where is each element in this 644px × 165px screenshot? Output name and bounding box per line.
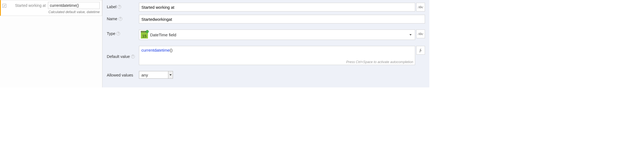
- caption-text: Allowed values: [107, 73, 133, 77]
- name-input-wrap: [139, 15, 425, 23]
- caption-text: Name: [107, 17, 117, 21]
- abc-button[interactable]: Abc: [416, 3, 425, 11]
- field-definition-row[interactable]: Started working at currentdatetime() Cal…: [0, 0, 102, 16]
- allowed-input-wrap: any: [139, 71, 425, 79]
- allowed-values-select[interactable]: any: [139, 71, 173, 79]
- prop-row-label: Label ? Abc: [107, 3, 425, 11]
- chevron-down-icon: [168, 71, 173, 78]
- field-subtext: Calculated default value, datetime: [2, 10, 100, 14]
- prop-caption-name: Name ?: [107, 15, 139, 21]
- autocomplete-hint: Press Ctrl+Space to activate autocomplet…: [346, 60, 413, 64]
- prop-caption-allowed: Allowed values: [107, 71, 139, 77]
- prop-caption-default: Default value ?: [107, 46, 139, 65]
- field-value-input[interactable]: currentdatetime(): [48, 2, 100, 9]
- fx-button[interactable]: fx: [416, 46, 425, 55]
- field-label-text: Started working at: [15, 3, 46, 8]
- type-select[interactable]: 15 DateTime field: [139, 30, 415, 40]
- label-input[interactable]: [139, 3, 415, 11]
- expression-parens: (): [170, 48, 172, 52]
- prop-row-default: Default value ? currentdatetime() Press …: [107, 46, 425, 65]
- calendar-day: 15: [141, 34, 148, 38]
- field-enabled-checkbox[interactable]: [2, 4, 6, 8]
- calendar-icon: 15: [141, 31, 148, 39]
- app-container: Started working at currentdatetime() Cal…: [0, 0, 429, 87]
- help-icon[interactable]: ?: [116, 32, 120, 36]
- prop-row-name: Name ?: [107, 15, 425, 23]
- help-icon[interactable]: ?: [131, 55, 135, 58]
- default-value-editor[interactable]: currentdatetime() Press Ctrl+Space to ac…: [139, 46, 415, 65]
- left-panel: Started working at currentdatetime() Cal…: [0, 0, 102, 87]
- prop-row-allowed: Allowed values any: [107, 71, 425, 79]
- type-value-text: DateTime field: [150, 33, 176, 37]
- prop-caption-type: Type ?: [107, 30, 139, 36]
- prop-row-type: Type ? 15 DateTime field Abc: [107, 30, 425, 40]
- caption-text: Label: [107, 5, 116, 9]
- allowed-value-text: any: [141, 73, 148, 77]
- help-icon[interactable]: ?: [119, 17, 122, 21]
- caption-text: Type: [107, 31, 115, 36]
- type-input-wrap: 15 DateTime field Abc: [139, 30, 425, 40]
- abc-button[interactable]: Abc: [416, 30, 425, 38]
- properties-panel: Label ? Abc Name ? Type ?: [102, 0, 429, 87]
- prop-caption-label: Label ?: [107, 3, 139, 9]
- caption-text: Default value: [107, 54, 130, 59]
- expression-function: currentdatetime: [141, 48, 170, 52]
- chevron-down-icon: [409, 34, 412, 36]
- label-input-wrap: Abc: [139, 3, 425, 11]
- clock-badge-icon: [146, 30, 149, 33]
- field-row-top: Started working at currentdatetime(): [2, 2, 100, 9]
- help-icon[interactable]: ?: [117, 5, 121, 9]
- name-input[interactable]: [139, 15, 425, 23]
- default-input-wrap: currentdatetime() Press Ctrl+Space to ac…: [139, 46, 425, 65]
